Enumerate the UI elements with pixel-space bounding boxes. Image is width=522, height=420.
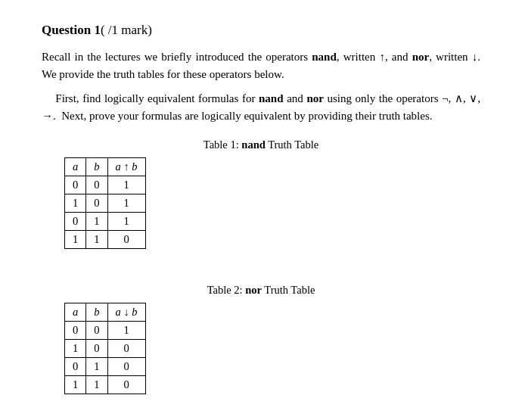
cell: 0 xyxy=(107,376,145,394)
cell: 0 xyxy=(107,231,145,249)
paragraph2: First, find logically equivalent formula… xyxy=(42,90,480,126)
table1-caption-label: Table 1: xyxy=(204,138,242,151)
cell: 1 xyxy=(65,194,86,213)
table-row: 0 1 1 xyxy=(65,213,146,231)
table1-caption: Table 1: nand Truth Table xyxy=(42,138,480,151)
cell: 0 xyxy=(86,340,107,358)
cell: 0 xyxy=(86,176,107,194)
cell: 1 xyxy=(65,231,86,249)
cell: 0 xyxy=(86,322,107,340)
nand-keyword2: nand xyxy=(259,92,284,104)
table2-caption-bold: nor xyxy=(245,284,262,296)
cell: 1 xyxy=(107,194,145,213)
table-row: 1 1 0 xyxy=(65,231,146,249)
table1-col-b: b xyxy=(86,158,107,176)
table2-col-op: a ↓ b xyxy=(107,303,145,322)
table2-header-row: a b a ↓ b xyxy=(65,303,146,322)
nand-keyword: nand xyxy=(312,51,337,63)
cell: 0 xyxy=(65,358,86,376)
table-row: 1 1 0 xyxy=(65,376,146,394)
table2-caption: Table 2: nor Truth Table xyxy=(42,284,480,297)
table2-col-b: b xyxy=(86,303,107,322)
cell: 1 xyxy=(86,376,107,394)
cell: 1 xyxy=(107,213,145,231)
question-title-bold: Question 1 xyxy=(42,23,101,37)
table2-caption-rest: Truth Table xyxy=(262,284,315,296)
table1-col-a: a xyxy=(65,158,86,176)
table2-wrapper: a b a ↓ b 0 0 1 1 0 0 0 1 xyxy=(64,303,480,394)
table-row: 0 0 1 xyxy=(65,322,146,340)
table2-caption-label: Table 2: xyxy=(207,284,246,296)
cell: 0 xyxy=(65,322,86,340)
cell: 0 xyxy=(65,176,86,194)
paragraph1: Recall in the lectures we briefly introd… xyxy=(42,48,480,84)
table1-col-op: a ↑ b xyxy=(107,158,145,176)
cell: 0 xyxy=(107,358,145,376)
spacer1 xyxy=(42,257,480,270)
table-row: 1 0 1 xyxy=(65,194,146,213)
cell: 0 xyxy=(65,213,86,231)
table-row: 0 0 1 xyxy=(65,176,146,194)
table1: a b a ↑ b 0 0 1 1 0 1 0 1 xyxy=(64,157,146,249)
table-row: 1 0 0 xyxy=(65,340,146,358)
cell: 1 xyxy=(65,376,86,394)
table1-header-row: a b a ↑ b xyxy=(65,158,146,176)
table2: a b a ↓ b 0 0 1 1 0 0 0 1 xyxy=(64,303,146,394)
table1-caption-rest: Truth Table xyxy=(266,138,318,151)
cell: 1 xyxy=(86,213,107,231)
cell: 1 xyxy=(107,322,145,340)
nor-keyword: nor xyxy=(412,51,430,63)
table2-col-a: a xyxy=(65,303,86,322)
question-title: Question 1( /1 mark) xyxy=(42,23,480,38)
table1-caption-bold: nand xyxy=(241,138,265,151)
cell: 1 xyxy=(107,176,145,194)
question-container: Question 1( /1 mark) Recall in the lectu… xyxy=(42,23,480,394)
cell: 0 xyxy=(107,340,145,358)
table-row: 0 1 0 xyxy=(65,358,146,376)
cell: 1 xyxy=(86,358,107,376)
cell: 1 xyxy=(86,231,107,249)
table1-wrapper: a b a ↑ b 0 0 1 1 0 1 0 1 xyxy=(64,157,480,249)
cell: 0 xyxy=(86,194,107,213)
nor-keyword2: nor xyxy=(306,92,324,104)
question-mark-info: ( /1 mark) xyxy=(101,23,152,37)
cell: 1 xyxy=(65,340,86,358)
